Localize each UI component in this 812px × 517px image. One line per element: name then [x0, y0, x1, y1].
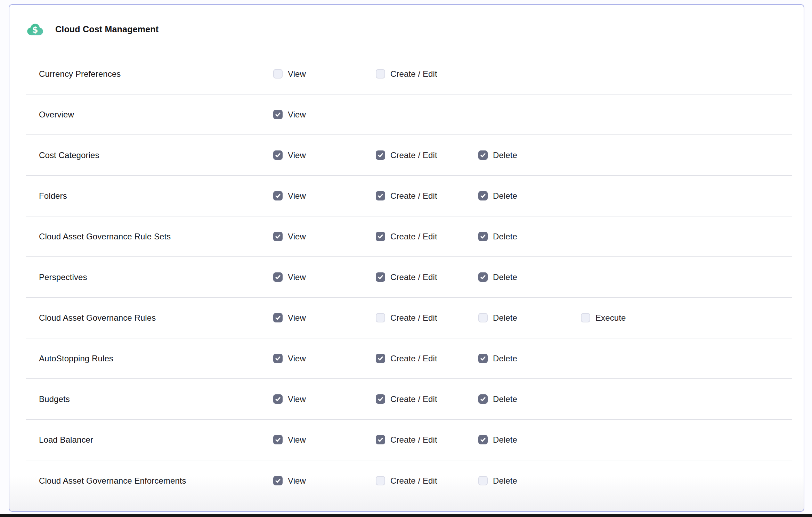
checkbox[interactable]: [273, 272, 283, 282]
permission-checkbox-cell: Delete: [478, 394, 581, 404]
permission-checkbox-cell: Create / Edit: [376, 150, 478, 160]
permission-checkbox-cell: Execute: [581, 313, 792, 323]
checkbox-label: Create / Edit: [390, 272, 437, 282]
checkmark-icon: [275, 396, 281, 402]
permission-row: Perspectives View Create / Edit Delete: [26, 257, 792, 298]
permission-checkbox-cell: View: [273, 110, 376, 120]
permission-checkbox-cell: View: [273, 435, 376, 445]
checkbox-label: Create / Edit: [390, 150, 437, 160]
checkbox-label: View: [288, 232, 306, 241]
checkmark-icon: [275, 274, 281, 280]
permission-checkbox-cell: Delete: [478, 476, 581, 486]
checkmark-icon: [275, 314, 281, 321]
checkmark-icon: [377, 355, 384, 362]
checkmark-icon: [275, 436, 281, 443]
checkmark-icon: [480, 152, 486, 158]
permission-checkbox-cell: Create / Edit: [376, 394, 478, 404]
cloud-cost-management-panel: $ Cloud Cost Management Currency Prefere…: [9, 4, 804, 512]
permission-checkbox-cell: Delete: [478, 354, 581, 363]
permission-checkbox-cell: Create / Edit: [376, 476, 478, 486]
permission-row: Overview View: [26, 95, 792, 135]
resource-label: Budgets: [39, 394, 273, 404]
checkbox[interactable]: [376, 476, 385, 485]
checkbox-label: Execute: [595, 313, 626, 323]
checkbox-label: Create / Edit: [390, 354, 437, 363]
checkmark-icon: [377, 233, 384, 240]
checkbox[interactable]: [478, 191, 488, 200]
checkbox-label: Delete: [493, 476, 517, 486]
checkbox-label: Delete: [493, 272, 517, 282]
checkbox[interactable]: [273, 476, 283, 485]
checkbox[interactable]: [376, 69, 385, 79]
checkbox-label: Delete: [493, 394, 517, 404]
checkbox-label: Delete: [493, 354, 517, 363]
checkbox-label: Create / Edit: [390, 313, 437, 323]
screen: $ Cloud Cost Management Currency Prefere…: [0, 0, 812, 517]
checkbox[interactable]: [273, 69, 283, 79]
checkbox-label: Create / Edit: [390, 191, 437, 201]
checkbox[interactable]: [478, 394, 488, 404]
checkbox[interactable]: [581, 313, 590, 322]
checkmark-icon: [480, 233, 486, 240]
checkmark-icon: [480, 192, 486, 199]
checkbox[interactable]: [478, 476, 488, 485]
checkbox[interactable]: [273, 110, 283, 119]
checkbox[interactable]: [273, 313, 283, 322]
checkbox[interactable]: [478, 272, 488, 282]
checkmark-icon: [275, 233, 281, 240]
checkbox-label: Delete: [493, 313, 517, 323]
permission-checkbox-cell: Delete: [478, 313, 581, 323]
resource-label: Folders: [39, 191, 273, 201]
checkbox-label: View: [288, 272, 306, 282]
checkbox-label: View: [288, 191, 306, 201]
svg-text:$: $: [32, 24, 38, 34]
permission-checkbox-cell: View: [273, 313, 376, 323]
permission-row: Budgets View Create / Edit Delete: [26, 379, 792, 420]
checkbox[interactable]: [478, 354, 488, 363]
checkbox[interactable]: [478, 313, 488, 322]
checkbox[interactable]: [376, 313, 385, 322]
checkbox[interactable]: [273, 354, 283, 363]
checkbox-label: Delete: [493, 232, 517, 241]
checkbox-label: View: [288, 354, 306, 363]
permission-checkbox-cell: Delete: [478, 150, 581, 160]
permission-checkbox-cell: View: [273, 69, 376, 79]
checkbox[interactable]: [376, 435, 385, 444]
checkbox-label: Create / Edit: [390, 435, 437, 445]
checkbox[interactable]: [273, 232, 283, 241]
checkbox[interactable]: [376, 354, 385, 363]
checkbox-label: Create / Edit: [390, 232, 437, 241]
permission-row: Currency Preferences View Create / Edit: [26, 54, 792, 95]
resource-label: Cloud Asset Governance Rule Sets: [39, 232, 273, 241]
permission-checkbox-cell: Create / Edit: [376, 313, 478, 323]
checkbox[interactable]: [478, 150, 488, 160]
checkmark-icon: [377, 274, 384, 280]
permission-checkbox-cell: View: [273, 476, 376, 486]
checkbox[interactable]: [273, 150, 283, 160]
checkbox[interactable]: [478, 232, 488, 241]
resource-label: AutoStopping Rules: [39, 354, 273, 363]
checkmark-icon: [275, 355, 281, 362]
checkbox[interactable]: [376, 272, 385, 282]
checkbox[interactable]: [273, 435, 283, 444]
permission-rows: Currency Preferences View Create / Edit …: [26, 54, 792, 501]
permission-checkbox-cell: Create / Edit: [376, 191, 478, 201]
checkbox[interactable]: [376, 394, 385, 404]
permission-checkbox-cell: Create / Edit: [376, 354, 478, 363]
checkbox-label: Delete: [493, 435, 517, 445]
checkbox[interactable]: [478, 435, 488, 444]
checkbox-label: Create / Edit: [390, 476, 437, 486]
checkbox[interactable]: [273, 394, 283, 404]
permission-checkbox-cell: View: [273, 394, 376, 404]
checkbox-label: View: [288, 435, 306, 445]
permission-checkbox-cell: Create / Edit: [376, 435, 478, 445]
resource-label: Cost Categories: [39, 150, 273, 160]
checkbox[interactable]: [273, 191, 283, 200]
permission-row: Cloud Asset Governance Enforcements View…: [26, 460, 792, 501]
checkbox[interactable]: [376, 191, 385, 200]
checkmark-icon: [377, 192, 384, 199]
panel-header: $ Cloud Cost Management: [9, 5, 804, 54]
resource-label: Perspectives: [39, 272, 273, 282]
checkbox[interactable]: [376, 232, 385, 241]
checkbox[interactable]: [376, 150, 385, 160]
